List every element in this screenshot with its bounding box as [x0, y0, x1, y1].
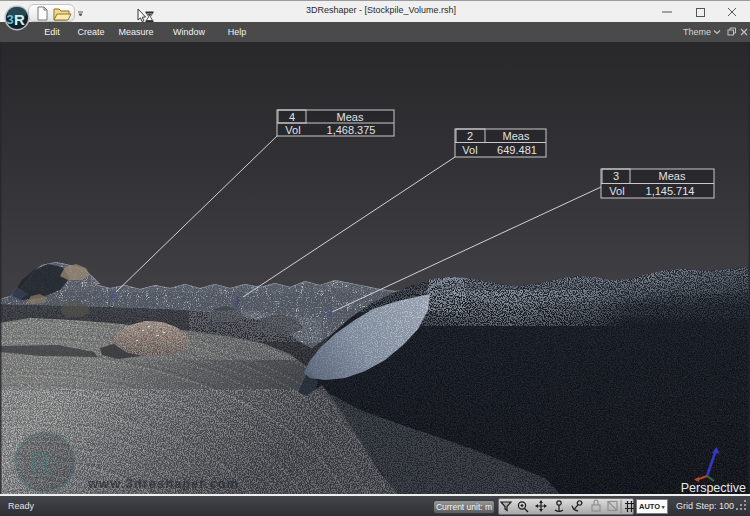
svg-text:4: 4 [289, 111, 295, 123]
svg-text:Meas: Meas [503, 130, 530, 142]
svg-text:Perspective: Perspective [681, 481, 746, 494]
svg-text:Vol: Vol [285, 124, 300, 136]
svg-text:1,468.375: 1,468.375 [327, 124, 376, 136]
svg-text:649.481: 649.481 [497, 144, 537, 156]
svg-text:3: 3 [613, 170, 619, 182]
svg-text:1,145.714: 1,145.714 [646, 185, 695, 197]
svg-text:Meas: Meas [659, 170, 686, 182]
svg-text:3: 3 [7, 12, 14, 27]
svg-text:2: 2 [467, 130, 473, 142]
svg-text:R: R [30, 446, 52, 479]
svg-text:www.3dreshaper.com: www.3dreshaper.com [87, 476, 239, 491]
svg-text:Meas: Meas [337, 111, 364, 123]
svg-text:Vol: Vol [462, 144, 477, 156]
svg-text:Vol: Vol [609, 185, 624, 197]
svg-text:R: R [14, 11, 25, 28]
